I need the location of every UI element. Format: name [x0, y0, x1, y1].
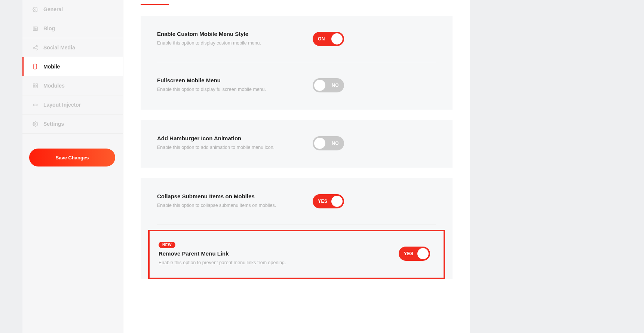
svg-rect-10: [34, 64, 37, 69]
setting-title: Remove Parent Menu Link: [159, 250, 286, 257]
sidebar-item-social-media[interactable]: Social Media: [22, 38, 123, 57]
toggle-knob: [314, 80, 325, 91]
toggle-custom-mobile-menu[interactable]: ON: [313, 32, 344, 46]
settings-section-animation: Add Hamburger Icon Animation Enable this…: [141, 120, 453, 168]
news-icon: [32, 25, 38, 31]
sidebar-item-label: Social Media: [43, 45, 75, 51]
setting-text: Add Hamburger Icon Animation Enable this…: [157, 135, 275, 151]
mobile-icon: [32, 64, 38, 70]
setting-row-remove-parent-link-highlight: NEW Remove Parent Menu Link Enable this …: [148, 230, 445, 279]
sidebar-item-layout-injector[interactable]: Layout Injector: [22, 95, 123, 114]
toggle-remove-parent-link[interactable]: YES: [399, 247, 430, 261]
svg-point-16: [33, 104, 37, 106]
settings-panel: General Blog Social Media Mobile: [22, 0, 470, 333]
svg-rect-13: [36, 83, 37, 85]
toggle-wrap: NO: [313, 78, 436, 92]
toggle-wrap: NO: [313, 136, 436, 150]
svg-point-5: [36, 45, 37, 47]
svg-point-7: [36, 49, 37, 50]
settings-section-submenu: Collapse Submenu Items on Mobiles Enable…: [141, 178, 453, 279]
app-wrap: General Blog Social Media Mobile: [0, 0, 644, 333]
sidebar-item-label: Blog: [43, 25, 55, 31]
svg-point-0: [34, 9, 36, 10]
save-changes-button[interactable]: Save Changes: [29, 149, 115, 166]
gear-icon: [32, 6, 38, 12]
setting-text: Fullscreen Mobile Menu Enable this optio…: [157, 77, 266, 93]
svg-point-6: [33, 47, 34, 48]
setting-desc: Enable this option to add animation to m…: [157, 144, 275, 151]
setting-desc: Enable this option to display custom mob…: [157, 39, 261, 47]
toggle-knob: [331, 33, 343, 45]
toggle-wrap: YES: [399, 247, 435, 261]
svg-rect-14: [33, 86, 34, 88]
toggle-knob: [331, 196, 343, 207]
sidebar-item-label: General: [43, 6, 63, 12]
toggle-label: NO: [332, 141, 344, 146]
toggle-knob: [314, 138, 325, 149]
setting-row-hamburger-animation: Add Hamburger Icon Animation Enable this…: [157, 120, 436, 168]
toggle-label: NO: [332, 83, 344, 88]
layers-icon: [32, 102, 38, 108]
svg-line-8: [34, 46, 36, 48]
save-changes-wrap: Save Changes: [22, 134, 123, 166]
sidebar-item-label: Settings: [43, 121, 64, 127]
sidebar-item-general[interactable]: General: [22, 0, 123, 19]
sidebar-item-modules[interactable]: Modules: [22, 76, 123, 95]
setting-text: NEW Remove Parent Menu Link Enable this …: [159, 241, 286, 266]
sidebar-item-label: Mobile: [43, 64, 60, 70]
share-icon: [32, 45, 38, 51]
setting-row-fullscreen-menu: Fullscreen Mobile Menu Enable this optio…: [157, 62, 436, 110]
toggle-knob: [417, 248, 429, 259]
setting-text: Collapse Submenu Items on Mobiles Enable…: [157, 193, 276, 209]
svg-rect-15: [36, 86, 37, 88]
tab-indicator: [141, 0, 453, 5]
sidebar-item-blog[interactable]: Blog: [22, 19, 123, 38]
setting-title: Add Hamburger Icon Animation: [157, 135, 275, 141]
setting-desc: Enable this option to prevent parent men…: [159, 259, 286, 266]
new-badge: NEW: [159, 242, 175, 248]
svg-point-17: [34, 123, 36, 125]
toggle-label: YES: [313, 199, 328, 204]
setting-title: Fullscreen Mobile Menu: [157, 77, 266, 83]
svg-line-9: [34, 48, 36, 49]
sidebar-item-settings[interactable]: Settings: [22, 114, 123, 134]
gear-icon: [32, 121, 38, 127]
toggle-label: ON: [313, 36, 325, 42]
setting-row-custom-mobile-menu: Enable Custom Mobile Menu Style Enable t…: [157, 16, 436, 62]
right-gutter: [470, 0, 637, 333]
setting-row-collapse-submenu: Collapse Submenu Items on Mobiles Enable…: [157, 178, 436, 224]
toggle-wrap: YES: [313, 194, 436, 208]
setting-title: Collapse Submenu Items on Mobiles: [157, 193, 276, 199]
toggle-label: YES: [399, 251, 414, 256]
sidebar-item-label: Layout Injector: [43, 102, 81, 108]
setting-title: Enable Custom Mobile Menu Style: [157, 31, 261, 37]
main-content: Enable Custom Mobile Menu Style Enable t…: [123, 0, 470, 333]
settings-section-menu-style: Enable Custom Mobile Menu Style Enable t…: [141, 16, 453, 110]
toggle-hamburger-animation[interactable]: NO: [313, 136, 344, 150]
toggle-wrap: ON: [313, 32, 436, 46]
setting-text: Enable Custom Mobile Menu Style Enable t…: [157, 31, 261, 47]
svg-rect-12: [33, 83, 34, 85]
setting-desc: Enable this option to collapse submenu i…: [157, 202, 276, 209]
setting-desc: Enable this option to display fullscreen…: [157, 86, 266, 93]
toggle-fullscreen-menu[interactable]: NO: [313, 78, 344, 92]
sidebar-item-mobile[interactable]: Mobile: [22, 57, 123, 76]
sidebar: General Blog Social Media Mobile: [22, 0, 123, 333]
sidebar-item-label: Modules: [43, 83, 65, 89]
grid-icon: [32, 83, 38, 89]
toggle-collapse-submenu[interactable]: YES: [313, 194, 344, 208]
